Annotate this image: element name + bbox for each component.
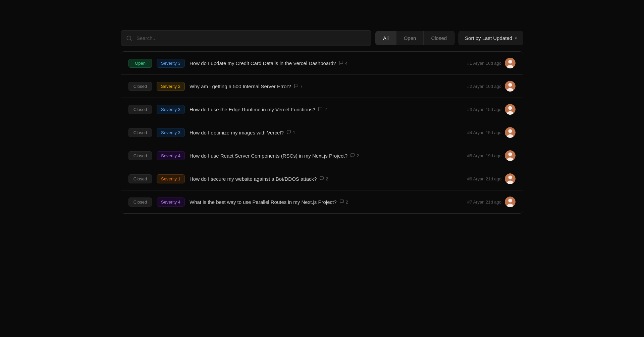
comment-count: 2 [318, 107, 327, 112]
issue-title: How do I use React Server Components (RS… [190, 153, 437, 159]
issue-title: Why am I getting a 500 Internal Server E… [190, 83, 437, 89]
comment-icon [286, 130, 291, 135]
severity-badge: Severity 3 [157, 128, 185, 137]
comment-icon [350, 153, 355, 159]
table-row[interactable]: Closed Severity 1 How do I secure my web… [121, 167, 523, 190]
sort-label: Sort by Last Updated [465, 35, 512, 41]
table-row[interactable]: Closed Severity 3 How do I use the Edge … [121, 98, 523, 121]
issue-title: How do I use the Edge Runtime in my Verc… [190, 107, 437, 112]
comment-count: 2 [339, 199, 348, 205]
issue-number-author: #7 Aryan 21d ago [467, 200, 501, 205]
search-input[interactable] [121, 30, 371, 46]
avatar [505, 104, 516, 115]
issue-title: How do I secure my website against a Bot… [190, 176, 437, 182]
comment-count: 1 [286, 130, 295, 135]
avatar [505, 173, 516, 184]
issue-meta: #5 Aryan 19d ago [442, 150, 516, 161]
issue-meta: #7 Aryan 21d ago [442, 196, 516, 207]
comment-icon [294, 83, 299, 89]
svg-point-15 [508, 152, 512, 156]
search-wrapper [121, 30, 371, 46]
table-row[interactable]: Closed Severity 4 What is the best way t… [121, 190, 523, 213]
status-badge: Closed [128, 82, 152, 91]
issue-number-author: #2 Aryan 10d ago [467, 84, 501, 89]
status-badge: Closed [128, 198, 152, 207]
issue-meta: #6 Aryan 21d ago [442, 173, 516, 184]
avatar [505, 81, 516, 92]
issue-meta: #1 Aryan 10d ago [442, 58, 516, 68]
table-row[interactable]: Closed Severity 2 Why am I getting a 500… [121, 75, 523, 98]
svg-point-9 [508, 106, 512, 110]
status-badge: Open [128, 59, 152, 68]
issue-meta: #4 Aryan 15d ago [442, 127, 516, 138]
avatar [505, 58, 516, 68]
svg-point-18 [508, 175, 512, 179]
severity-badge: Severity 1 [157, 174, 185, 183]
avatar [505, 150, 516, 161]
filter-closed-button[interactable]: Closed [424, 31, 454, 45]
issue-meta: #2 Aryan 10d ago [442, 81, 516, 92]
svg-line-1 [130, 39, 131, 40]
main-container: All Open Closed Sort by Last Updated ▾ O… [121, 30, 523, 214]
comment-icon [319, 176, 324, 182]
issue-title: How do I optimize my images with Vercel?… [190, 130, 437, 135]
comment-icon [339, 60, 343, 66]
svg-point-3 [508, 60, 512, 63]
status-badge: Closed [128, 174, 152, 183]
status-badge: Closed [128, 151, 152, 160]
toolbar: All Open Closed Sort by Last Updated ▾ [121, 30, 523, 46]
svg-point-6 [508, 83, 512, 87]
issues-list: Open Severity 3 How do I update my Credi… [121, 51, 523, 214]
issue-title: How do I update my Credit Card Details i… [190, 60, 437, 66]
issue-number-author: #4 Aryan 15d ago [467, 130, 501, 135]
svg-point-21 [508, 199, 512, 202]
severity-badge: Severity 3 [157, 59, 185, 68]
issue-meta: #3 Aryan 15d ago [442, 104, 516, 115]
status-badge: Closed [128, 105, 152, 114]
severity-badge: Severity 2 [157, 82, 185, 91]
avatar [505, 127, 516, 138]
table-row[interactable]: Closed Severity 4 How do I use React Ser… [121, 144, 523, 167]
status-badge: Closed [128, 128, 152, 137]
table-row[interactable]: Open Severity 3 How do I update my Credi… [121, 52, 523, 75]
comment-icon [318, 107, 323, 112]
issue-number-author: #5 Aryan 19d ago [467, 153, 501, 158]
severity-badge: Severity 3 [157, 105, 185, 114]
severity-badge: Severity 4 [157, 198, 185, 207]
table-row[interactable]: Closed Severity 3 How do I optimize my i… [121, 121, 523, 144]
svg-point-12 [508, 129, 512, 133]
comment-count: 2 [319, 176, 328, 182]
severity-badge: Severity 4 [157, 151, 185, 160]
filter-group: All Open Closed [375, 31, 454, 45]
comment-icon [339, 199, 344, 205]
search-icon [126, 35, 132, 41]
issue-title: What is the best way to use Parallel Rou… [190, 199, 437, 205]
comment-count: 7 [294, 83, 303, 89]
comment-count: 2 [350, 153, 359, 159]
chevron-down-icon: ▾ [515, 36, 517, 41]
avatar [505, 196, 516, 207]
filter-all-button[interactable]: All [376, 31, 396, 45]
sort-button[interactable]: Sort by Last Updated ▾ [459, 31, 523, 45]
issue-number-author: #3 Aryan 15d ago [467, 107, 501, 112]
comment-count: 4 [339, 60, 347, 66]
filter-open-button[interactable]: Open [396, 31, 424, 45]
issue-number-author: #1 Aryan 10d ago [467, 61, 501, 66]
issue-number-author: #6 Aryan 21d ago [467, 176, 501, 181]
